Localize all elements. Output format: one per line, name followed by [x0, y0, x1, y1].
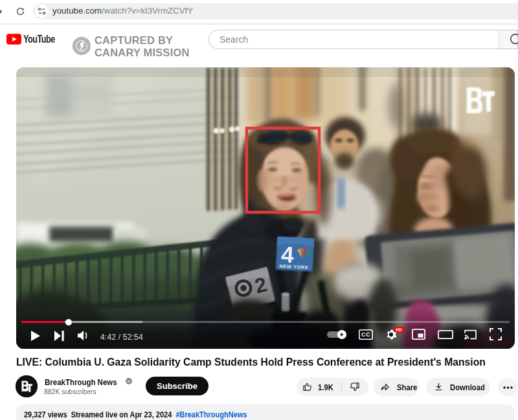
svg-text:CC: CC [361, 331, 370, 338]
